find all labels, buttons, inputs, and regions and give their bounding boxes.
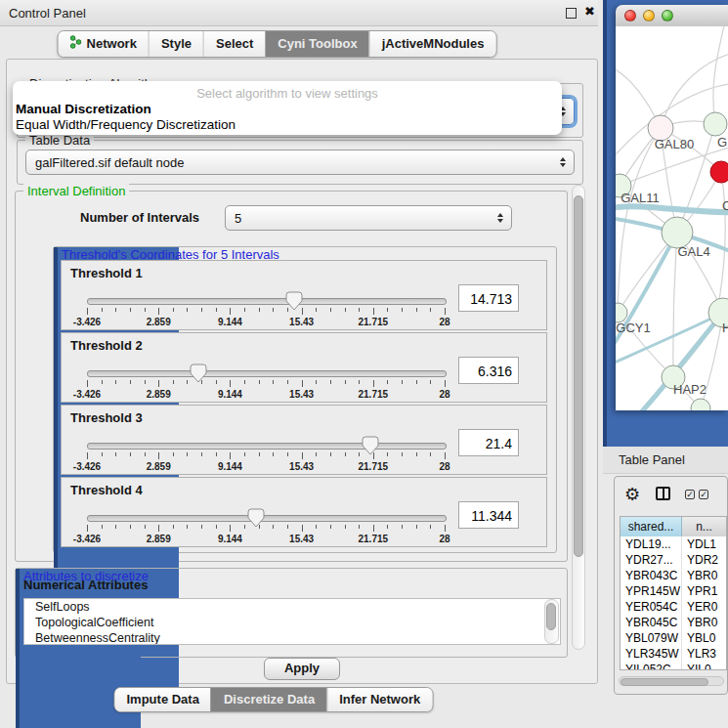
network-edge[interactable] bbox=[717, 172, 725, 312]
table-cell[interactable]: YDL19... bbox=[621, 536, 682, 552]
table-cell[interactable]: YBL0 bbox=[682, 630, 726, 646]
tick bbox=[187, 452, 188, 456]
tick bbox=[102, 525, 103, 529]
apply-button[interactable]: Apply bbox=[264, 658, 340, 680]
tick bbox=[145, 452, 146, 456]
tab-impute-data[interactable]: Impute Data bbox=[115, 688, 211, 711]
tick bbox=[216, 380, 217, 384]
tab-network[interactable]: Network bbox=[59, 31, 149, 57]
network-canvas[interactable]: GAL80GGAL11CGAL4GCY1HHAP2 bbox=[616, 26, 728, 410]
attribute-list-item[interactable]: TopologicalCoefficient bbox=[24, 615, 560, 630]
table-row[interactable]: YBR043CYBR0 bbox=[621, 568, 726, 583]
tick bbox=[316, 452, 317, 456]
attribute-list-item[interactable]: BetweennessCentrality bbox=[24, 630, 560, 645]
tab-jactivemnodules[interactable]: jActiveMNodules bbox=[369, 31, 496, 57]
threshold-2-value-field[interactable]: 6.316 bbox=[458, 357, 519, 384]
table-horizontal-scrollbar[interactable] bbox=[619, 676, 724, 686]
threshold-4-value-field[interactable]: 11.344 bbox=[458, 501, 519, 529]
network-window-titlebar[interactable] bbox=[616, 5, 728, 27]
tick bbox=[216, 525, 217, 529]
mac-zoom-button[interactable] bbox=[662, 10, 673, 21]
table-row[interactable]: YER054CYER0 bbox=[621, 599, 726, 615]
attributes-list-scrollbar[interactable] bbox=[544, 599, 559, 644]
algorithm-option-equal-width[interactable]: Equal Width/Frequency Discretization bbox=[16, 117, 236, 132]
gear-icon[interactable]: ⚙ bbox=[624, 485, 640, 504]
table-cell[interactable]: YLR345W bbox=[621, 646, 682, 662]
scrollbar-thumb[interactable] bbox=[621, 678, 708, 686]
threshold-1-value-field[interactable]: 14.713 bbox=[458, 284, 519, 312]
network-edge[interactable] bbox=[616, 206, 728, 212]
tick bbox=[102, 452, 103, 456]
table-row[interactable]: YDR27...YDR2 bbox=[621, 552, 726, 568]
threshold-1-slider-track[interactable] bbox=[87, 298, 447, 305]
tick bbox=[402, 380, 403, 384]
table-row[interactable]: YIL052CYIL0 bbox=[621, 662, 726, 670]
table-row[interactable]: YPR145WYPR1 bbox=[621, 583, 726, 599]
split-columns-icon[interactable] bbox=[656, 487, 670, 500]
table-cell[interactable]: YPR1 bbox=[682, 583, 726, 599]
tick bbox=[158, 380, 159, 387]
tick bbox=[402, 452, 403, 456]
network-node[interactable] bbox=[616, 303, 627, 322]
table-cell[interactable]: YBR0 bbox=[682, 568, 726, 583]
num-intervals-select[interactable]: 5 bbox=[225, 205, 512, 231]
tick bbox=[330, 525, 331, 529]
tick bbox=[201, 308, 202, 312]
checkbox-checked-icon[interactable]: ✓ bbox=[699, 490, 708, 499]
tab-select[interactable]: Select bbox=[203, 31, 265, 57]
checkbox-checked-icon[interactable]: ✓ bbox=[685, 490, 695, 499]
network-node[interactable] bbox=[704, 112, 727, 136]
tab-infer-network[interactable]: Infer Network bbox=[326, 688, 432, 711]
tick bbox=[273, 525, 274, 529]
table-cell[interactable]: YIL052C bbox=[621, 662, 682, 670]
tab-label: Cyni Toolbox bbox=[278, 36, 357, 51]
network-edge[interactable] bbox=[713, 26, 725, 124]
tab-style[interactable]: Style bbox=[149, 31, 203, 57]
table-cell[interactable]: YLR3 bbox=[682, 646, 726, 662]
threshold-2-slider-track[interactable] bbox=[87, 370, 447, 377]
table-cell[interactable]: YIL0 bbox=[682, 662, 726, 670]
table-cell[interactable]: YBR045C bbox=[621, 615, 682, 630]
table-cell[interactable]: YPR145W bbox=[621, 583, 682, 599]
threshold-label: Threshold 2 bbox=[70, 338, 143, 353]
panel-title: Control Panel bbox=[9, 6, 86, 21]
mac-minimize-button[interactable] bbox=[643, 10, 655, 21]
algorithm-option-manual[interactable]: Manual Discretization bbox=[16, 102, 151, 116]
table-cell[interactable]: YBR043C bbox=[621, 568, 682, 583]
network-edge[interactable] bbox=[673, 233, 677, 377]
float-window-icon[interactable] bbox=[566, 8, 577, 19]
tick bbox=[387, 525, 388, 529]
tab-discretize-data[interactable]: Discretize Data bbox=[211, 688, 326, 711]
threshold-label: Threshold 1 bbox=[70, 266, 143, 280]
numerical-attributes-list[interactable]: SelfLoopsTopologicalCoefficientBetweenne… bbox=[23, 598, 561, 645]
table-cell[interactable]: YER054C bbox=[621, 599, 682, 615]
network-node[interactable] bbox=[710, 161, 728, 183]
tab-label: jActiveMNodules bbox=[382, 36, 485, 51]
table-row[interactable]: YBL079WYBL0 bbox=[621, 630, 726, 646]
column-header[interactable]: shared... bbox=[621, 517, 682, 536]
column-header[interactable]: n... bbox=[682, 517, 726, 536]
table-row[interactable]: YBR045CYBR0 bbox=[621, 615, 726, 630]
table-cell[interactable]: YDR27... bbox=[621, 552, 682, 568]
attribute-list-item[interactable]: SelfLoops bbox=[24, 599, 560, 615]
close-icon[interactable]: ✖ bbox=[584, 4, 595, 19]
content-scrollbar[interactable] bbox=[572, 185, 585, 650]
threshold-3-slider-track[interactable] bbox=[87, 443, 447, 450]
tick bbox=[445, 525, 446, 532]
threshold-4-slider-track[interactable] bbox=[87, 515, 447, 522]
table-cell[interactable]: YBL079W bbox=[621, 630, 682, 646]
scrollbar-thumb[interactable] bbox=[546, 603, 556, 630]
table-row[interactable]: YLR345WYLR3 bbox=[621, 646, 726, 662]
network-node[interactable] bbox=[691, 399, 710, 410]
mac-close-button[interactable] bbox=[624, 10, 636, 21]
table-data-select[interactable]: galFiltered.sif default node bbox=[25, 150, 575, 175]
tab-cyni-toolbox[interactable]: Cyni Toolbox bbox=[265, 31, 368, 57]
table-cell[interactable]: YDL1 bbox=[682, 536, 726, 552]
table-cell[interactable]: YBR0 bbox=[682, 615, 726, 630]
table-cell[interactable]: YER0 bbox=[682, 599, 726, 615]
table-row[interactable]: YDL19...YDL1 bbox=[621, 536, 726, 552]
tick bbox=[373, 525, 374, 532]
threshold-3-value-field[interactable]: 21.4 bbox=[458, 429, 519, 456]
scrollbar-thumb[interactable] bbox=[574, 195, 583, 557]
table-cell[interactable]: YDR2 bbox=[682, 552, 726, 568]
